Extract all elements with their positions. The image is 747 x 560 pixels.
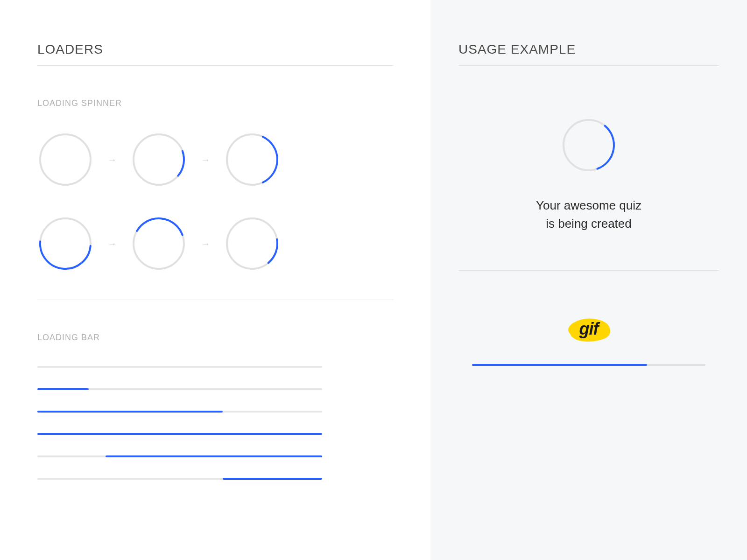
loading-bars-container (37, 366, 393, 480)
spinner-0 (37, 132, 93, 188)
spinner-3 (37, 216, 93, 272)
gif-progress-bar (472, 364, 705, 366)
spinner-5 (224, 216, 280, 272)
example-divider (458, 270, 719, 271)
loading-bar (37, 478, 322, 480)
spinner-row-2: → → (37, 216, 393, 272)
example-message-line2: is being created (546, 217, 632, 231)
example-spinner (561, 117, 617, 173)
usage-example-panel: USAGE EXAMPLE Your awesome quiz is being… (430, 0, 747, 560)
bar-subtitle: LOADING BAR (37, 333, 393, 343)
loading-bar (37, 411, 322, 413)
arrow-right-icon: → (107, 154, 117, 165)
title-divider (458, 65, 719, 66)
section-divider (37, 300, 393, 300)
example-spinner-block: Your awesome quiz is being created (458, 117, 719, 233)
title-divider (37, 65, 393, 66)
arrow-right-icon: → (201, 154, 210, 165)
usage-title: USAGE EXAMPLE (458, 42, 719, 57)
gif-example-block: gif (458, 313, 719, 366)
arrow-right-icon: → (201, 238, 210, 249)
gif-icon: gif (563, 313, 614, 345)
loading-bar (37, 455, 322, 457)
svg-point-0 (40, 134, 91, 185)
spinner-1 (131, 132, 187, 188)
gif-label: gif (579, 319, 599, 339)
example-message-line1: Your awesome quiz (536, 198, 641, 212)
loaders-title: LOADERS (37, 42, 393, 57)
arrow-right-icon: → (107, 238, 117, 249)
spinner-4 (131, 216, 187, 272)
svg-point-1 (134, 134, 184, 185)
loaders-panel: LOADERS LOADING SPINNER → → → → LOADING … (0, 0, 430, 560)
loading-bar (37, 366, 322, 368)
gif-progress-fill (472, 364, 647, 366)
spinner-2 (224, 132, 280, 188)
loading-bar (37, 388, 322, 390)
loading-bar (37, 433, 322, 435)
example-message: Your awesome quiz is being created (536, 196, 641, 233)
spinner-subtitle: LOADING SPINNER (37, 98, 393, 108)
spinner-row-1: → → (37, 132, 393, 188)
